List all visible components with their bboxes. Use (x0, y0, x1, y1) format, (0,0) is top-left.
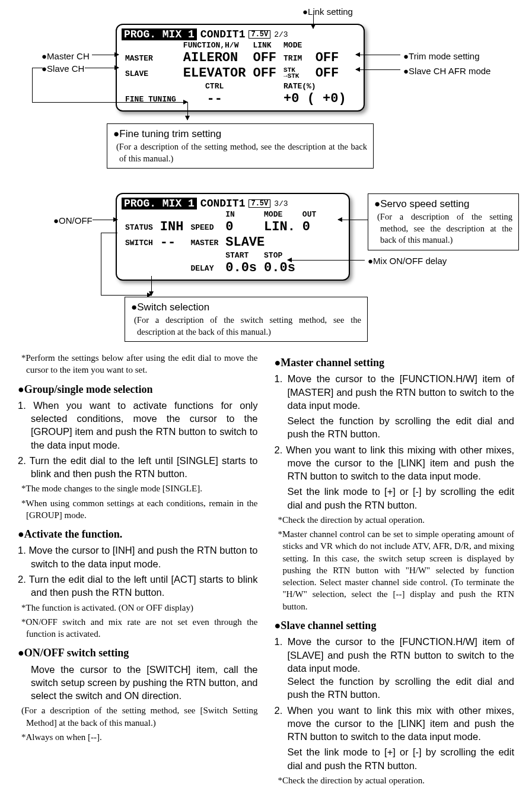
lcd2-speed-mode: LIN. (260, 220, 299, 235)
left-para-1: Move the cursor to the [SWITCH] item, ca… (18, 663, 258, 703)
left-step-4: 2. Turn the edit dial to the left until … (18, 573, 258, 599)
label-onoff: ●ON/OFF (53, 215, 93, 227)
lcd2-delay-lbl: DELAY (187, 261, 222, 276)
lcd2-delay-stop: 0.0s (260, 261, 299, 276)
leader-line (32, 68, 33, 102)
lcd2-out-hdr: OUT (299, 209, 320, 220)
leader-line (151, 276, 152, 296)
left-step-2: 2. Turn the edit dial to the left until … (18, 454, 258, 481)
right-note-3: *Check the direction by actual operation… (275, 774, 515, 786)
left-step-3: 1. Move the cursor to [INH] and push the… (18, 544, 258, 570)
lcd2-in-hdr: IN (222, 209, 260, 220)
heading-master-channel: ●Master channel setting (275, 355, 515, 370)
intro-note: *Perform the settings below after using … (18, 352, 258, 376)
leader-line (85, 68, 119, 68)
lcd2-title: PROG. MIX 1 (122, 198, 197, 209)
lcd1-rate-val: +0 ( +0) (280, 91, 350, 107)
callout-servo-speed: ●Servo speed setting (For a description … (368, 193, 519, 250)
lcd2-master-val: SLAVE (222, 235, 320, 250)
callout-servo-title: ●Servo speed setting (374, 198, 512, 211)
right-step-4: 2. When you want to link this mix with o… (275, 704, 515, 744)
left-note-3: *The function is activated. (ON or OFF d… (18, 602, 258, 614)
leader-line (288, 260, 365, 261)
heading-group-single: ●Group/single mode selection (18, 382, 258, 396)
left-note-1: *The mode changes to the single mode [SI… (18, 482, 258, 494)
left-step-1: 1. When you want to activate functions f… (18, 399, 258, 452)
leader-line (32, 102, 187, 103)
lcd1-master-link: OFF (249, 50, 280, 66)
right-para-2: Set the link mode to [+] or [-] by scrol… (275, 485, 515, 512)
lcd2-master-lbl: MASTER (187, 235, 222, 250)
heading-activate: ●Activate the function. (18, 527, 258, 541)
label-slave-ch: ●Slave CH (42, 63, 84, 75)
heading-slave-channel: ●Slave channel setting (275, 618, 515, 633)
lcd1-master-val: AILERON (180, 50, 250, 66)
right-note-1: *Check the direction by actual operation… (275, 514, 515, 526)
left-column: *Perform the settings below after using … (18, 350, 258, 789)
callout-switch-title: ●Switch selection (131, 301, 361, 315)
lcd2-switch-lbl: SWITCH (122, 235, 157, 250)
heading-onoff-switch: ●ON/OFF switch setting (18, 646, 258, 660)
lcd1-ft-lbl: FINE TUNING (122, 91, 180, 107)
label-slave-afr: ●Slave CH AFR mode (403, 65, 490, 77)
callout-switch-note: (For a description of the switch setting… (131, 315, 361, 338)
lcd2-speed-in: 0 (222, 220, 260, 235)
lcd2-batt: 7.5V (249, 199, 270, 208)
left-note-6: *Always on when [--]. (18, 731, 258, 743)
lcd-screen-1: PROG. MIX 1 CONDIT1 7.5V 2/3 FUNCTION,H/… (116, 24, 365, 112)
lcd1-ctrl-hdr: CTRL (180, 81, 250, 91)
leader-line (187, 102, 188, 120)
right-note-2: *Master channel control can be set to si… (275, 528, 515, 612)
right-para-3: Set the link mode to [+] or [-] by scrol… (275, 745, 515, 772)
lcd1-batt: 7.5V (249, 30, 270, 39)
lcd1-link-hdr: LINK (249, 40, 280, 50)
leader-line (92, 55, 119, 55)
leader-line (356, 69, 400, 70)
diagram-area: ●Link setting ●Master CH ●Slave CH ●Trim… (18, 6, 514, 347)
lcd1-slave-link: OFF (249, 66, 280, 81)
lcd2-speed-out: 0 (299, 220, 320, 235)
leader-line (32, 68, 43, 68)
callout-fine-tuning: ●Fine tuning trim setting (For a descrip… (107, 123, 374, 169)
lcd1-condit: CONDIT1 (200, 29, 246, 40)
lcd1-master-mode-lbl: TRIM (280, 50, 312, 66)
body-columns: *Perform the settings below after using … (18, 350, 514, 789)
lcd2-status-lbl: STATUS (122, 220, 157, 235)
lcd2-delay-start: 0.0s (222, 261, 260, 276)
right-step-3: 1. Move the cursor to the [FUNCTION.H/W]… (275, 635, 515, 701)
lcd1-slave-lbl: SLAVE (122, 66, 180, 81)
callout-fine-tuning-note: (For a description of the setting method… (113, 141, 367, 164)
right-step-2: 2. When you want to link this mixing wit… (275, 443, 515, 483)
lcd1-master-lbl: MASTER (122, 50, 180, 66)
lcd1-page: 2/3 (274, 31, 288, 39)
lcd1-slave-mode-lbl: STK→STK (280, 66, 312, 81)
left-note-4: *ON/OFF switch and mix rate are not set … (18, 616, 258, 640)
left-note-2: *When using common settings at each cond… (18, 497, 258, 522)
lcd2-start-hdr: START (222, 250, 260, 261)
right-step-1: 1. Move the cursor to the [FUNCTION.H/W]… (275, 372, 515, 412)
leader-line (338, 220, 368, 220)
lcd2-mode-hdr: MODE (260, 209, 299, 220)
lcd2-condit: CONDIT1 (200, 198, 246, 209)
leader-line (313, 14, 314, 28)
lcd1-master-mode-val: OFF (312, 50, 350, 66)
leader-line (101, 295, 151, 296)
right-column: ●Master channel setting 1. Move the curs… (275, 350, 515, 789)
label-link-setting: ●Link setting (302, 6, 353, 18)
lcd1-title: PROG. MIX 1 (122, 28, 197, 40)
label-master-ch: ●Master CH (42, 50, 90, 62)
lcd-screen-2: PROG. MIX 1 CONDIT1 7.5V 3/3 IN MODE OUT… (116, 193, 350, 281)
label-mix-delay: ●Mix ON/OFF delay (368, 255, 447, 267)
leader-line (101, 233, 101, 295)
left-note-5: (For a description of the setting method… (18, 704, 258, 729)
lcd2-status-val: INH (157, 220, 187, 235)
lcd1-slave-val: ELEVATOR (180, 66, 250, 81)
lcd1-ft-val: -- (180, 91, 250, 107)
callout-switch-selection: ●Switch selection (For a description of … (125, 297, 368, 342)
label-trim-mode: ●Trim mode setting (403, 50, 480, 62)
lcd2-switch-val: -- (157, 235, 187, 250)
lcd1-mode-hdr: MODE (280, 40, 350, 50)
leader-line (93, 220, 117, 220)
leader-line (101, 233, 117, 233)
lcd1-rate-hdr: RATE(%) (280, 81, 350, 91)
